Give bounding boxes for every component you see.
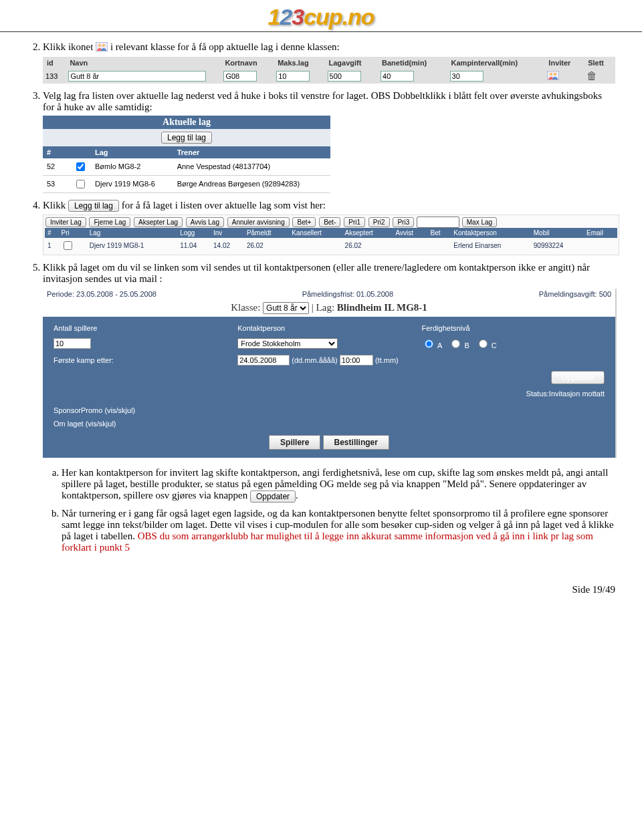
pri3-button[interactable]: Pri3	[393, 217, 414, 227]
ah-email: Email	[584, 228, 617, 238]
klasse-label: Klasse:	[231, 302, 260, 313]
radio-c[interactable]	[479, 339, 488, 348]
table-row: 1 Djerv 1919 MG8-1 11.04 14.02 26.02 26.…	[45, 238, 617, 253]
forste-time-input[interactable]	[340, 355, 373, 366]
maxlag-button[interactable]: Max Lag	[462, 217, 497, 227]
svg-point-5	[554, 72, 557, 76]
avgift-input[interactable]	[328, 71, 361, 82]
klasse-select[interactable]: Gutt 8 år	[263, 302, 309, 314]
cell-id: 133	[43, 69, 66, 84]
annuler-button[interactable]: Annuler avvisning	[227, 217, 290, 227]
class-table: id Navn Kortnavn Maks.lag Lagavgift Bane…	[43, 57, 615, 84]
avvis-lag-button[interactable]: Avvis Lag	[186, 217, 224, 227]
maks-input[interactable]	[276, 71, 310, 82]
ah-logg: Logg	[177, 228, 211, 238]
row-lag: Bømlo MG8-2	[91, 158, 173, 176]
aktuelle-box: Aktuelle lag Legg til lag # Lag Trener 5…	[43, 116, 330, 193]
radio-a-label[interactable]: A	[421, 341, 442, 349]
intervall-input[interactable]	[450, 71, 484, 82]
ferdig-label: Ferdighetsnivå	[421, 324, 469, 332]
kontakt-select[interactable]: Frode Stokkeholm	[237, 338, 338, 349]
c-kans	[289, 238, 342, 253]
c-lag[interactable]: Djerv 1919 MG8-1	[87, 238, 177, 253]
pri1-button[interactable]: Pri1	[344, 217, 365, 227]
row-checkbox[interactable]	[64, 241, 72, 250]
row-num: 53	[43, 175, 70, 192]
ah-aks: Akseptert	[342, 228, 393, 238]
navn-input[interactable]	[68, 71, 206, 82]
subb-2: OBS du som arrangørklubb har mulighet ti…	[62, 531, 593, 553]
forste-label: Første kamp etter:	[54, 356, 114, 364]
delete-cell[interactable]: 🗑	[584, 69, 615, 84]
bet-minus-button[interactable]: Bet-	[319, 217, 340, 227]
sponsor-toggle[interactable]: SponsorPromo (vis/skjul)	[54, 406, 135, 414]
bestillinger-tab[interactable]: Bestillinger	[323, 435, 389, 450]
sub-b: Når turnering er i gang får også laget e…	[62, 508, 615, 553]
suba-1: Her kan kontaktperson for invitert lag s…	[62, 467, 608, 501]
step-4: Klikk Legg til lag for å få laget i list…	[43, 200, 615, 256]
c-aks: 26.02	[342, 238, 393, 253]
list-item: 53 Djerv 1919 MG8-6 Børge Andreas Børges…	[43, 175, 330, 192]
suba-2: .	[296, 490, 298, 501]
kontakt-label: Kontaktperson	[237, 324, 285, 332]
ah-pam: Påmeldt	[244, 228, 289, 238]
legg-til-lag-button[interactable]: Legg til lag	[68, 200, 119, 212]
svg-point-2	[102, 43, 106, 47]
th-lag: Lag	[91, 146, 173, 158]
inviter-lag-button[interactable]: Inviter Lag	[45, 217, 86, 227]
step-5: Klikk på laget om du vil se linken som v…	[43, 262, 615, 553]
table-row: 133 🗑	[43, 69, 615, 84]
omlaget-toggle[interactable]: Om laget (vis/skjul)	[54, 420, 116, 428]
avgift: Påmeldingsavgift: 500	[539, 290, 611, 298]
people-icon	[96, 42, 108, 54]
oppdater-inline-button[interactable]: Oppdater	[250, 491, 296, 503]
invite-cell[interactable]	[544, 69, 584, 84]
list-item: 52 Bømlo MG8-2 Anne Vespestad (48137704)	[43, 158, 330, 176]
page-footer: Side 19/49	[0, 571, 642, 607]
antall-label: Antall spillere	[54, 324, 97, 332]
aksepter-lag-button[interactable]: Aksepter Lag	[134, 217, 183, 227]
ah-lag: Lag	[87, 228, 177, 238]
status-text: Status:Invitasjon mottatt	[526, 390, 605, 398]
forste-date-input[interactable]	[237, 355, 290, 366]
fjerne-lag-button[interactable]: Fjerne Lag	[89, 217, 130, 227]
header: 123cup.no	[0, 0, 642, 32]
radio-b[interactable]	[451, 339, 460, 348]
row-checkbox[interactable]	[76, 162, 85, 171]
th-inv: Inviter	[544, 57, 584, 69]
aktuelle-title: Aktuelle lag	[43, 116, 330, 129]
date-hint: (dd.mm.åååå)	[292, 356, 337, 364]
spillere-tab[interactable]: Spillere	[269, 435, 320, 450]
c-bet	[428, 238, 451, 253]
ah-avv: Avvist	[393, 228, 427, 238]
step-2: Klikk ikonet i relevant klasse for å få …	[43, 41, 615, 84]
pri2-button[interactable]: Pri2	[368, 217, 390, 227]
svg-point-4	[550, 72, 553, 76]
step4-pre: Klikk	[43, 200, 68, 211]
step2-pre: Klikk ikonet	[43, 41, 93, 52]
antall-input[interactable]	[54, 338, 91, 349]
kort-input[interactable]	[223, 71, 257, 82]
svg-point-1	[98, 43, 102, 47]
ah-inv: Inv	[211, 228, 244, 238]
maxlag-input[interactable]	[417, 217, 459, 228]
step5-text: Klikk på laget om du vil se linken som v…	[43, 262, 590, 284]
banetid-input[interactable]	[381, 71, 414, 82]
radio-c-label[interactable]: C	[475, 341, 497, 349]
add-team-button[interactable]: Legg til lag	[161, 132, 212, 144]
radio-a[interactable]	[425, 339, 433, 348]
th-bane: Banetid(min)	[378, 57, 447, 69]
c-inv: 14.02	[211, 238, 244, 253]
bet-plus-button[interactable]: Bet+	[292, 217, 316, 227]
th-check[interactable]	[70, 146, 91, 158]
step4-post: for å få laget i listen over aktuelle la…	[122, 200, 326, 211]
oppdater-button[interactable]: Oppdater	[551, 371, 605, 384]
radio-b-label[interactable]: B	[448, 341, 469, 349]
th-kort: Kortnavn	[221, 57, 274, 69]
c-logg: 11.04	[177, 238, 211, 253]
c-avv	[393, 238, 427, 253]
row-lag: Djerv 1919 MG8-6	[91, 175, 173, 192]
c-email	[584, 238, 617, 253]
row-checkbox[interactable]	[76, 180, 85, 188]
lag-value: Blindheim IL MG8-1	[337, 302, 427, 313]
